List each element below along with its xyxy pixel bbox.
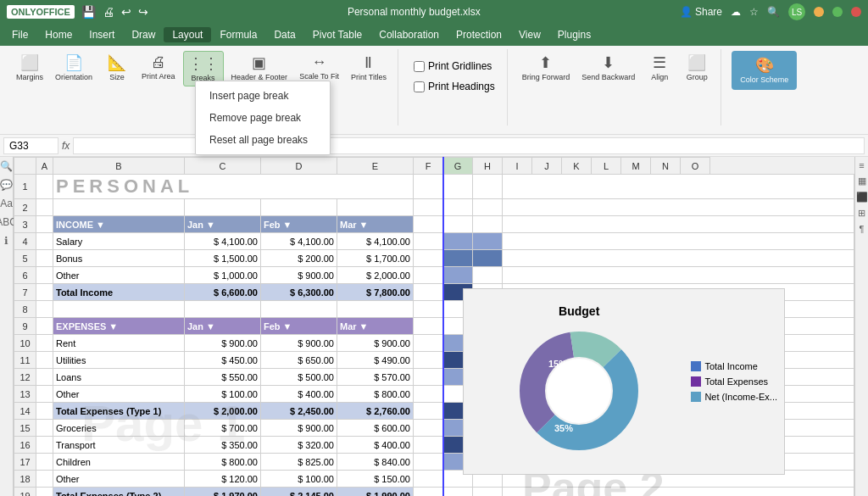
menu-file[interactable]: File	[3, 27, 36, 42]
group-icon: ⬜	[687, 53, 706, 72]
sidebar-comment-icon[interactable]: 💬	[0, 179, 13, 191]
cell-H1[interactable]	[473, 175, 503, 199]
menu-home[interactable]: Home	[36, 27, 81, 42]
orientation-icon: 📄	[64, 53, 83, 72]
cell-reference-input[interactable]	[3, 137, 58, 154]
cell-B1[interactable]: PERSONAL	[53, 175, 414, 199]
app-logo: ONLYOFFICE	[7, 5, 75, 19]
menu-collaboration[interactable]: Collaboration	[370, 27, 448, 42]
color-scheme-group: 🎨 Color Scheme	[725, 49, 804, 125]
group-btn[interactable]: ⬜ Group	[680, 51, 714, 85]
print-area-btn[interactable]: 🖨 Print Area	[137, 51, 180, 86]
col-header-M[interactable]: M	[621, 158, 651, 175]
right-sidebar-icon2[interactable]: ▦	[858, 176, 866, 187]
budget-chart[interactable]: Budget 50% 35% 15%	[463, 288, 785, 475]
header-footer-icon: ▣	[252, 53, 266, 72]
bookmark-btn[interactable]: ☆	[749, 6, 759, 18]
cell-F1[interactable]	[414, 175, 443, 199]
col-header-C[interactable]: C	[185, 158, 261, 175]
print-headings-checkbox[interactable]: Print Headings	[409, 78, 500, 95]
table-row: 6 Other $ 1,000.00 $ 900.00 $ 2,000.00	[14, 267, 854, 284]
send-backward-btn[interactable]: ⬇ Send Backward	[577, 51, 639, 85]
menu-draw[interactable]: Draw	[123, 27, 164, 42]
menu-plugins[interactable]: Plugins	[549, 27, 599, 42]
user-avatar[interactable]: LS	[788, 3, 805, 20]
bring-forward-btn[interactable]: ⬆ Bring Forward	[518, 51, 575, 85]
right-sidebar-icon3[interactable]: ⬛	[856, 192, 868, 203]
headings-input[interactable]	[414, 81, 425, 92]
col-header-L[interactable]: L	[592, 158, 621, 175]
right-sidebar: ≡ ▦ ⬛ ⊞ ¶	[854, 157, 868, 496]
menu-formula[interactable]: Formula	[211, 27, 265, 42]
window-title: Personal monthly budget.xlsx	[348, 6, 481, 18]
col-header-H[interactable]: H	[473, 158, 503, 175]
save-cloud-btn[interactable]: ☁	[731, 6, 741, 18]
col-header-I[interactable]: I	[503, 158, 532, 175]
menu-insert[interactable]: Insert	[81, 27, 123, 42]
col-header-E[interactable]: E	[337, 158, 414, 175]
table-row: 2	[14, 199, 854, 216]
svg-text:35%: 35%	[554, 423, 573, 433]
menu-view[interactable]: View	[510, 27, 549, 42]
print-titles-btn[interactable]: Ⅱ Print Titles	[347, 51, 391, 86]
insert-page-break-item[interactable]: Insert page break	[196, 85, 330, 107]
toolbar: ⬜ Margins 📄 Orientation 📐 Size 🖨 Print A…	[0, 46, 868, 135]
reset-page-breaks-item[interactable]: Reset all page breaks	[196, 129, 330, 151]
sidebar-search-icon[interactable]: 🔍	[0, 160, 13, 172]
margins-btn[interactable]: ⬜ Margins	[12, 51, 47, 86]
share-btn[interactable]: 👤 Share	[680, 6, 722, 18]
cell-G1[interactable]	[443, 175, 473, 199]
sidebar-info-icon[interactable]: ℹ	[4, 235, 8, 247]
quick-save[interactable]: 💾	[81, 5, 96, 19]
svg-text:15%: 15%	[548, 359, 567, 369]
breaks-dropdown-menu[interactable]: Insert page break Remove page break Rese…	[195, 81, 331, 155]
svg-text:50%: 50%	[587, 386, 605, 396]
col-header-A[interactable]: A	[36, 158, 53, 175]
undo-btn[interactable]: ↩	[121, 5, 131, 19]
align-btn[interactable]: ☰ Align	[643, 51, 676, 85]
col-header-G[interactable]: G	[443, 158, 473, 175]
print-titles-icon: Ⅱ	[364, 53, 372, 72]
table-row: 1 PERSONAL	[14, 175, 854, 199]
menu-pivot[interactable]: Pivot Table	[304, 27, 370, 42]
right-sidebar-icon5[interactable]: ¶	[860, 224, 865, 234]
minimize-btn[interactable]	[814, 7, 824, 17]
main-area: 🔍 💬 Aa ABC ℹ Page 1	[0, 157, 868, 496]
cell-I1[interactable]	[503, 175, 854, 199]
size-btn[interactable]: 📐 Size	[100, 51, 134, 86]
quick-print[interactable]: 🖨	[103, 5, 114, 19]
cell-A1[interactable]	[36, 175, 53, 199]
formula-input[interactable]	[73, 137, 865, 154]
redo-btn[interactable]: ↪	[138, 5, 148, 19]
align-icon: ☰	[653, 53, 666, 72]
col-header-F[interactable]: F	[414, 158, 443, 175]
col-header-rownum	[14, 158, 36, 175]
table-row: 19 Total Expenses (Type 2) $ 1,970.00 $ …	[14, 488, 854, 497]
remove-page-break-item[interactable]: Remove page break	[196, 107, 330, 129]
col-header-D[interactable]: D	[261, 158, 337, 175]
col-header-J[interactable]: J	[532, 158, 562, 175]
search-btn[interactable]: 🔍	[767, 6, 780, 18]
menu-layout[interactable]: Layout	[164, 27, 211, 42]
menu-data[interactable]: Data	[265, 27, 303, 42]
orientation-btn[interactable]: 📄 Orientation	[51, 51, 97, 86]
bring-forward-icon: ⬆	[539, 53, 552, 72]
close-btn[interactable]	[851, 7, 861, 17]
print-gridlines-checkbox[interactable]: Print Gridlines	[409, 58, 500, 75]
right-sidebar-icon1[interactable]: ≡	[859, 160, 864, 170]
sidebar-format-icon[interactable]: Aa	[0, 198, 13, 209]
maximize-btn[interactable]	[832, 7, 843, 17]
col-header-K[interactable]: K	[562, 158, 592, 175]
left-sidebar: 🔍 💬 Aa ABC ℹ	[0, 157, 14, 496]
menu-protection[interactable]: Protection	[448, 27, 510, 42]
col-header-B[interactable]: B	[53, 158, 185, 175]
donut-chart-svg: 50% 35% 15%	[511, 323, 647, 459]
col-header-N[interactable]: N	[651, 158, 681, 175]
legend-income: Total Income	[691, 361, 777, 371]
col-header-O[interactable]: O	[681, 158, 710, 175]
gridlines-input[interactable]	[414, 61, 425, 72]
color-scheme-btn[interactable]: 🎨 Color Scheme	[732, 51, 797, 90]
sheet-area: Page 1	[14, 157, 854, 496]
table-row: 5 Bonus $ 1,500.00 $ 200.00 $ 1,700.00	[14, 250, 854, 267]
right-sidebar-icon4[interactable]: ⊞	[858, 208, 865, 219]
